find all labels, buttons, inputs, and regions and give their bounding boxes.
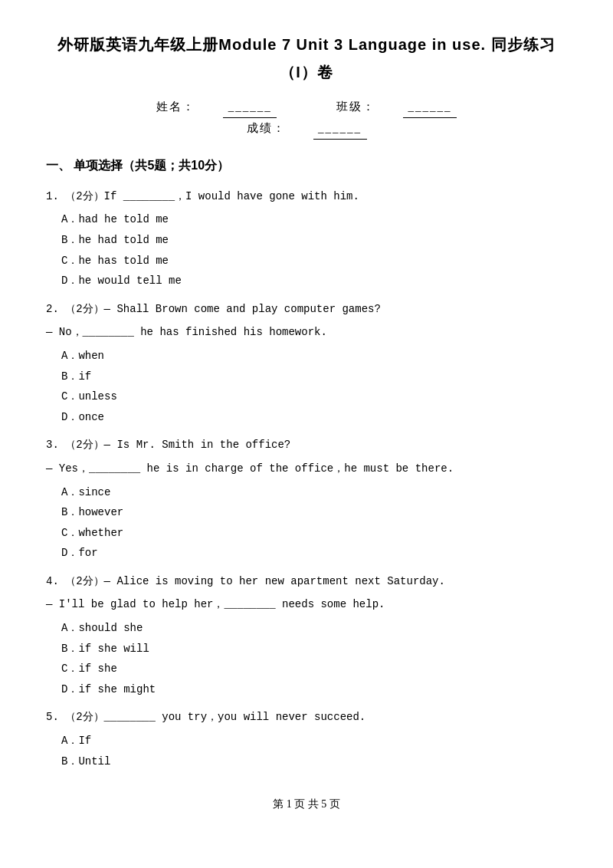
question-1: 1. （2分）If ________，I would have gone wit… — [46, 186, 567, 291]
question-3-stem: 3. （2分）— Is Mr. Smith in the office? — [46, 435, 567, 455]
question-5-stem: 5. （2分）________ you try，you will never s… — [46, 707, 567, 728]
question-4: 4. （2分）— Alice is moving to her new apar… — [46, 571, 567, 700]
question-4-option-d: D．if she might — [61, 679, 567, 700]
question-3-option-b: B．however — [61, 502, 567, 523]
question-2-option-b: B．if — [61, 367, 567, 387]
name-field: 姓名：______ — [143, 97, 290, 118]
question-1-option-a: A．had he told me — [61, 209, 567, 230]
question-2: 2. （2分）— Shall Brown come and play compu… — [46, 299, 567, 428]
question-4-option-b: B．if she will — [61, 639, 567, 659]
class-field: 班级：______ — [323, 97, 470, 118]
score-field: 成绩：______ — [233, 118, 381, 140]
question-2-stem2: — No，________ he has finished his homewo… — [46, 322, 567, 343]
question-4-stem2: — I'll be glad to help her，________ need… — [46, 594, 567, 615]
question-2-option-c: C．unless — [61, 386, 567, 407]
question-1-option-c: C．he has told me — [61, 251, 567, 271]
question-1-option-d: D．he would tell me — [61, 271, 567, 291]
question-5: 5. （2分）________ you try，you will never s… — [46, 707, 567, 771]
question-5-option-b: B．Until — [61, 751, 567, 772]
question-2-option-a: A．when — [61, 346, 567, 367]
question-3-option-d: D．for — [61, 543, 567, 564]
question-4-option-c: C．if she — [61, 659, 567, 679]
question-2-stem: 2. （2分）— Shall Brown come and play compu… — [46, 299, 567, 320]
question-2-option-d: D．once — [61, 407, 567, 428]
question-3: 3. （2分）— Is Mr. Smith in the office? — Y… — [46, 435, 567, 564]
question-3-stem2: — Yes，________ he is in charge of the of… — [46, 459, 567, 479]
page-footer: 第 1 页 共 5 页 — [46, 794, 567, 814]
question-3-option-c: C．whether — [61, 523, 567, 544]
question-4-stem: 4. （2分）— Alice is moving to her new apar… — [46, 571, 567, 592]
question-1-stem: 1. （2分）If ________，I would have gone wit… — [46, 186, 567, 207]
page-title: 外研版英语九年级上册Module 7 Unit 3 Language in us… — [46, 31, 567, 86]
question-5-option-a: A．If — [61, 731, 567, 751]
question-4-option-a: A．should she — [61, 618, 567, 639]
question-3-option-a: A．since — [61, 482, 567, 503]
student-info: 姓名：______ 班级：______ 成绩：______ — [46, 97, 567, 140]
section1-title: 一、 单项选择（共5题；共10分） — [46, 155, 567, 177]
question-1-option-b: B．he had told me — [61, 230, 567, 251]
